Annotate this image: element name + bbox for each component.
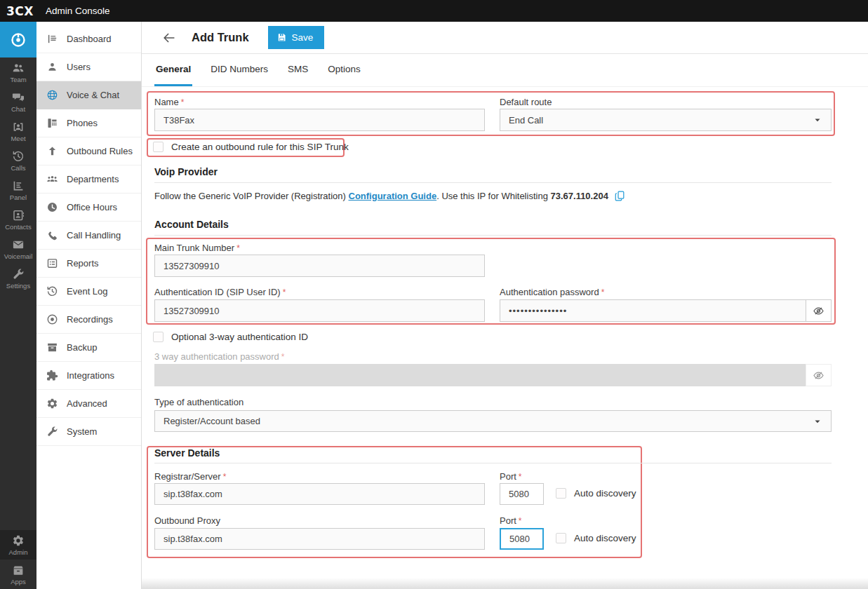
puzzle-icon bbox=[46, 370, 58, 381]
threecx-logo: 3CX bbox=[6, 4, 34, 18]
dashboard-icon bbox=[46, 33, 58, 45]
section-divider bbox=[154, 463, 832, 463]
icon-rail: Team Chat Meet Calls Panel Contacts Voic… bbox=[0, 22, 36, 589]
main-trunk-number-input[interactable] bbox=[154, 255, 485, 277]
sidebar-item-integrations[interactable]: Integrations bbox=[36, 362, 141, 390]
optional-3way-row: Optional 3-way authentication ID bbox=[153, 332, 308, 342]
three-way-password-label: 3 way authentication password* bbox=[154, 351, 284, 362]
auto-discovery-checkbox[interactable] bbox=[556, 533, 566, 543]
sidebar-menu: Dashboard Users Voice & Chat Phones Outb… bbox=[36, 22, 142, 589]
auth-id-label: Authentication ID (SIP User ID)* bbox=[154, 287, 286, 297]
tab-general[interactable]: General bbox=[154, 54, 192, 86]
outbound-proxy-input[interactable] bbox=[154, 528, 485, 550]
rail-item-meet[interactable]: Meet bbox=[0, 116, 36, 146]
default-route-label: Default route bbox=[500, 97, 552, 107]
sidebar-item-dashboard[interactable]: Dashboard bbox=[36, 25, 141, 53]
proxy-port-label: Port* bbox=[500, 515, 522, 526]
trunk-form: Name* Default route End Call Create an o… bbox=[142, 87, 868, 588]
configuration-guide-link[interactable]: Configuration Guide bbox=[349, 191, 437, 201]
rail-item-apps[interactable]: Apps bbox=[0, 560, 36, 589]
tab-did-numbers[interactable]: DID Numbers bbox=[209, 54, 269, 86]
sidebar-item-phones[interactable]: Phones bbox=[36, 109, 141, 137]
three-way-password-group bbox=[154, 364, 832, 386]
save-button[interactable]: Save bbox=[268, 26, 325, 49]
voip-provider-text: Follow the Generic VoIP Provider (Regist… bbox=[154, 190, 626, 202]
sidebar-item-office-hours[interactable]: Office Hours bbox=[36, 194, 141, 222]
name-input[interactable] bbox=[154, 109, 485, 131]
rail-spacer bbox=[0, 293, 36, 530]
sidebar-item-call-handling[interactable]: Call Handling bbox=[36, 222, 141, 250]
back-arrow-icon[interactable] bbox=[161, 30, 177, 46]
rail-item-calls[interactable]: Calls bbox=[0, 146, 36, 175]
archive-box-icon bbox=[46, 341, 58, 353]
topbar: 3CX Admin Console bbox=[0, 0, 868, 22]
tab-sms[interactable]: SMS bbox=[286, 54, 309, 86]
topbar-title: Admin Console bbox=[46, 6, 110, 16]
rail-item-chat[interactable]: Chat bbox=[0, 87, 36, 116]
default-route-select[interactable]: End Call bbox=[500, 109, 832, 131]
wrench-icon bbox=[12, 268, 25, 280]
people-group-icon bbox=[46, 173, 58, 185]
sidebar-item-advanced[interactable]: Advanced bbox=[36, 390, 141, 418]
toggle-password-visibility-button[interactable] bbox=[806, 299, 832, 322]
registrar-port-input[interactable] bbox=[500, 483, 544, 505]
meet-icon bbox=[12, 121, 25, 133]
eye-slash-icon bbox=[813, 305, 824, 317]
contacts-card-icon bbox=[12, 209, 25, 222]
rail-item-panel[interactable]: Panel bbox=[0, 175, 36, 205]
auto-discovery-checkbox[interactable] bbox=[556, 488, 566, 499]
sidebar-item-users[interactable]: Users bbox=[36, 53, 141, 81]
sidebar-item-system[interactable]: System bbox=[36, 418, 141, 446]
sidebar-item-backup[interactable]: Backup bbox=[36, 334, 141, 362]
chevron-down-icon bbox=[813, 115, 822, 125]
auth-id-input[interactable] bbox=[154, 299, 485, 322]
rail-item-home[interactable] bbox=[0, 22, 36, 57]
main-trunk-number-label: Main Trunk Number* bbox=[154, 243, 240, 253]
record-icon bbox=[46, 313, 58, 325]
sidebar-item-recordings[interactable]: Recordings bbox=[36, 306, 141, 334]
rail-item-settings[interactable]: Settings bbox=[0, 264, 36, 293]
panel-icon bbox=[12, 180, 25, 192]
chevron-down-icon bbox=[813, 417, 822, 426]
rail-item-admin[interactable]: Admin bbox=[0, 530, 36, 560]
auth-password-label: Authentication password* bbox=[500, 287, 604, 297]
report-list-icon bbox=[46, 257, 58, 269]
clock-icon bbox=[46, 201, 58, 213]
auto-discovery-row: Auto discovery bbox=[556, 533, 636, 543]
copy-icon[interactable] bbox=[614, 190, 626, 202]
threecx-swirl-icon bbox=[11, 32, 26, 48]
outbound-proxy-label: Outbound Proxy bbox=[154, 515, 220, 526]
sidebar-item-departments[interactable]: Departments bbox=[36, 165, 141, 194]
create-outbound-rule-row: Create an outbound rule for this SIP Tru… bbox=[153, 142, 349, 152]
sidebar-item-reports[interactable]: Reports bbox=[36, 250, 141, 278]
registrar-port-label: Port* bbox=[500, 471, 522, 482]
user-icon bbox=[46, 61, 58, 73]
wrench-icon bbox=[46, 426, 58, 438]
envelope-icon bbox=[12, 238, 25, 251]
proxy-port-input[interactable] bbox=[500, 528, 544, 550]
toggle-password-visibility-button[interactable] bbox=[806, 364, 832, 386]
rail-item-contacts[interactable]: Contacts bbox=[0, 205, 36, 234]
rail-item-team[interactable]: Team bbox=[0, 57, 36, 87]
page-header: Add Trunk Save bbox=[142, 22, 868, 54]
name-label: Name* bbox=[154, 97, 184, 107]
create-outbound-rule-checkbox[interactable] bbox=[153, 142, 163, 152]
tab-options[interactable]: Options bbox=[326, 54, 362, 86]
auth-password-input[interactable] bbox=[500, 299, 806, 322]
registrar-input[interactable] bbox=[154, 483, 485, 505]
desk-phone-icon bbox=[46, 117, 58, 129]
main-content: Add Trunk Save General DID Numbers SMS O… bbox=[142, 22, 868, 589]
auth-type-select[interactable]: Register/Account based bbox=[154, 410, 832, 432]
three-way-password-input bbox=[154, 364, 806, 386]
history-icon bbox=[46, 285, 58, 297]
chat-icon bbox=[12, 91, 25, 104]
rail-item-voicemail[interactable]: Voicemail bbox=[0, 234, 36, 264]
gear-icon bbox=[12, 534, 25, 547]
voip-provider-title: Voip Provider bbox=[154, 166, 218, 177]
optional-3way-checkbox[interactable] bbox=[153, 332, 163, 342]
whitelist-ip: 73.67.110.204 bbox=[550, 191, 608, 201]
phone-handset-icon bbox=[46, 229, 58, 241]
sidebar-item-voice-chat[interactable]: Voice & Chat bbox=[36, 81, 141, 109]
sidebar-item-event-log[interactable]: Event Log bbox=[36, 278, 141, 306]
sidebar-item-outbound-rules[interactable]: Outbound Rules bbox=[36, 137, 141, 165]
